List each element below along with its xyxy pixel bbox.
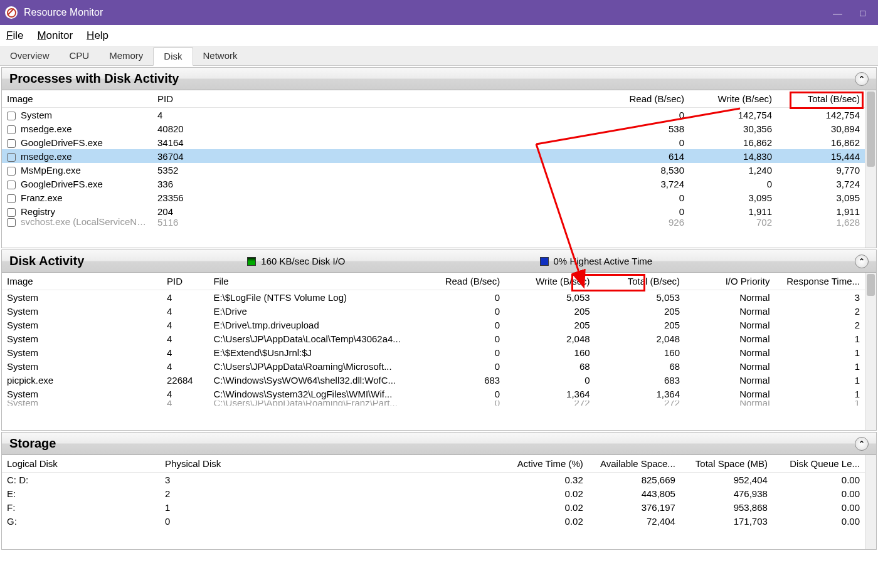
cell[interactable]: 1,628 [777, 218, 865, 227]
cell[interactable]: 205 [505, 304, 595, 318]
section-disk-header[interactable]: Disk Activity 160 KB/sec Disk I/O 0% Hig… [2, 250, 876, 273]
cell[interactable]: 30,356 [689, 122, 777, 135]
table-row[interactable]: System4C:\Users\JP\AppData\Local\Temp\43… [2, 332, 865, 345]
cell[interactable]: 683 [595, 373, 685, 387]
cell-image[interactable]: MsMpEng.exe [2, 163, 152, 177]
cell[interactable]: 683 [418, 373, 505, 387]
tab-network[interactable]: Network [193, 47, 248, 65]
cell[interactable]: 0.02 [463, 514, 588, 528]
row-checkbox[interactable] [7, 112, 16, 120]
cell[interactable]: System [2, 290, 162, 305]
cell[interactable] [209, 218, 601, 227]
processes-table[interactable]: Image PID Read (B/sec) Write (B/sec) Tot… [2, 90, 865, 227]
cell[interactable]: 4 [162, 318, 208, 332]
cell[interactable]: System [2, 318, 162, 332]
table-row[interactable]: F:10.02376,197953,8680.00 [2, 500, 865, 514]
cell[interactable]: Normal [685, 304, 775, 318]
cell[interactable]: 0 [418, 304, 505, 318]
col3-at[interactable]: Active Time (%) [463, 455, 588, 473]
cell[interactable]: 0.02 [463, 486, 588, 500]
cell-image[interactable]: Franz.exe [2, 191, 152, 204]
table-row[interactable]: System4C:\Users\JP\AppData\Roaming\Micro… [2, 359, 865, 373]
col-read[interactable]: Read (B/sec) [601, 90, 689, 108]
cell[interactable]: 14,830 [689, 149, 777, 163]
table-row[interactable]: System4E:\Drive0205205Normal2 [2, 304, 865, 318]
cell[interactable]: System [2, 359, 162, 373]
cell[interactable]: 614 [601, 149, 689, 163]
cell[interactable]: 9,770 [777, 163, 865, 177]
cell[interactable]: 3 [160, 473, 463, 487]
cell[interactable]: System [2, 304, 162, 318]
cell[interactable]: 0 [689, 177, 777, 191]
cell[interactable]: 160 [505, 345, 595, 359]
collapse-processes-button[interactable]: ⌃ [855, 72, 869, 86]
row-checkbox[interactable] [7, 167, 16, 176]
cell[interactable]: 1 [775, 387, 865, 401]
cell[interactable]: 40820 [152, 122, 209, 135]
cell[interactable]: 1,240 [689, 163, 777, 177]
col2-write[interactable]: Write (B/sec) [505, 273, 595, 290]
cell[interactable] [209, 108, 601, 122]
cell[interactable]: 2,048 [505, 332, 595, 345]
cell[interactable]: Normal [685, 387, 775, 401]
table-row[interactable]: E:20.02443,805476,9380.00 [2, 486, 865, 500]
cell[interactable]: 0 [505, 373, 595, 387]
cell[interactable]: System [2, 387, 162, 401]
cell-image[interactable]: msedge.exe [2, 149, 152, 163]
cell[interactable]: Normal [685, 290, 775, 305]
cell[interactable]: 205 [505, 318, 595, 332]
cell[interactable] [209, 177, 601, 191]
cell[interactable]: Normal [685, 401, 775, 406]
cell[interactable]: 1 [775, 373, 865, 387]
cell[interactable]: 272 [595, 401, 685, 406]
cell[interactable]: 16,862 [689, 135, 777, 149]
menu-help[interactable]: Help [87, 29, 108, 42]
cell[interactable]: 1 [775, 401, 865, 406]
cell[interactable]: 0 [418, 401, 505, 406]
col2-total[interactable]: Total (B/sec) [595, 273, 685, 290]
table-row[interactable]: System4E:\Drive\.tmp.driveupload0205205N… [2, 318, 865, 332]
storage-table[interactable]: Logical Disk Physical Disk Active Time (… [2, 455, 865, 528]
cell[interactable]: 702 [689, 218, 777, 227]
cell[interactable]: 0 [601, 135, 689, 149]
cell[interactable]: C: D: [2, 473, 160, 487]
row-checkbox[interactable] [7, 194, 16, 203]
cell[interactable]: 3,095 [777, 191, 865, 204]
cell[interactable]: 2 [775, 318, 865, 332]
cell[interactable]: 22684 [162, 373, 208, 387]
tab-overview[interactable]: Overview [0, 47, 60, 65]
cell[interactable]: 205 [595, 304, 685, 318]
cell[interactable]: 0.00 [773, 486, 865, 500]
cell[interactable]: 5352 [152, 163, 209, 177]
cell[interactable]: 336 [152, 177, 209, 191]
table-row[interactable]: svchost.exe (LocalServiceNo...5116926702… [2, 218, 865, 227]
cell[interactable]: Normal [685, 373, 775, 387]
table-row[interactable]: msedge.exe3670461414,83015,444 [2, 149, 865, 163]
cell[interactable] [209, 163, 601, 177]
processes-scrollbar[interactable] [865, 90, 876, 248]
cell[interactable]: 68 [595, 359, 685, 373]
cell[interactable]: Normal [685, 332, 775, 345]
col-pid[interactable]: PID [152, 90, 209, 108]
cell[interactable]: F: [2, 500, 160, 514]
cell[interactable]: 23356 [152, 191, 209, 204]
col3-pd[interactable]: Physical Disk [160, 455, 463, 473]
minimize-button[interactable]: — [833, 8, 842, 18]
cell[interactable]: 4 [162, 304, 208, 318]
cell[interactable]: 272 [505, 401, 595, 406]
cell[interactable]: 72,404 [588, 514, 680, 528]
cell[interactable]: 171,703 [680, 514, 773, 528]
maximize-button[interactable]: □ [860, 8, 865, 18]
col-total[interactable]: Total (B/sec) [777, 90, 865, 108]
cell[interactable]: 1,364 [595, 387, 685, 401]
cell[interactable]: 952,404 [680, 473, 773, 487]
col2-prio[interactable]: I/O Priority [685, 273, 775, 290]
cell[interactable]: 0.00 [773, 473, 865, 487]
storage-scrollbar[interactable] [865, 455, 876, 549]
cell[interactable]: 0.02 [463, 500, 588, 514]
cell[interactable]: 4 [162, 359, 208, 373]
cell[interactable]: C:\Users\JP\AppData\Roaming\Microsoft... [208, 359, 418, 373]
table-row[interactable]: C: D:30.32825,669952,4040.00 [2, 473, 865, 487]
tab-memory[interactable]: Memory [99, 47, 153, 65]
cell-image[interactable]: GoogleDriveFS.exe [2, 177, 152, 191]
